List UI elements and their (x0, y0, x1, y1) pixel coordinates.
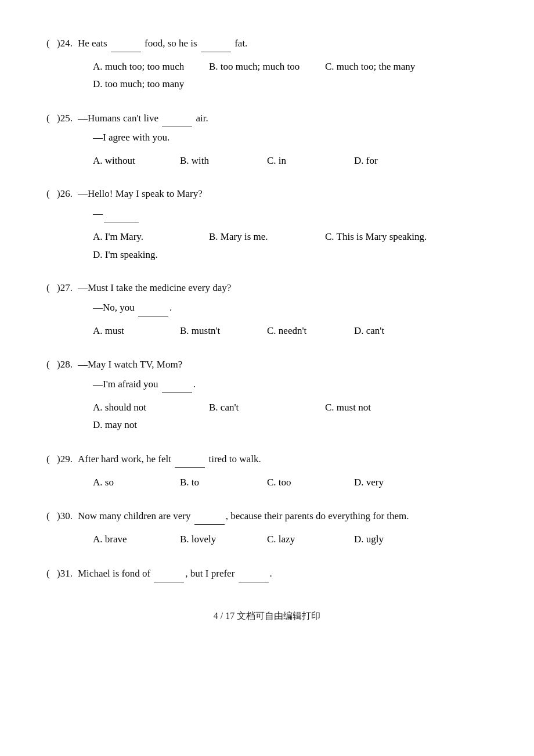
qnum-24: )24. (57, 35, 78, 52)
option-27-b: B. mustn't (180, 322, 267, 340)
option-30-a: A. brave (93, 531, 180, 549)
blank-27-reply (138, 299, 168, 316)
reply-25: —I agree with you. (93, 129, 488, 146)
reply-28: —I'm afraid you . (93, 376, 488, 393)
page-footer: 4 / 17 文档可自由编辑打印 (46, 606, 488, 622)
option-24-c: C. much too; the many (325, 58, 441, 76)
qnum-30: )30. (57, 508, 78, 525)
reply-27: —No, you . (93, 299, 488, 316)
reply-26: — (93, 205, 488, 222)
qnum-29: )29. (57, 451, 78, 468)
qtext-27: —Must I take the medicine every day? (78, 280, 231, 297)
options-26: A. I'm Mary. B. Mary is me. C. This is M… (93, 228, 488, 264)
option-28-b: B. can't (209, 399, 325, 417)
option-26-c: C. This is Mary speaking. (325, 228, 441, 246)
qtext-28: —May I watch TV, Mom? (78, 357, 182, 373)
page: ( )24. He eats food, so he is fat. A. mu… (0, 0, 534, 756)
footer-text: 4 / 17 文档可自由编辑打印 (214, 611, 320, 621)
question-29-line: ( )29. After hard work, he felt tired to… (46, 451, 488, 468)
option-25-d: D. for (354, 152, 441, 170)
option-29-c: C. too (267, 474, 354, 492)
blank-31-1 (154, 565, 184, 582)
option-29-b: B. to (180, 474, 267, 492)
blank-24-2 (201, 35, 231, 52)
question-26: ( )26. —Hello! May I speak to Mary? — A.… (46, 186, 488, 264)
qnum-25: )25. (57, 110, 78, 127)
options-25: A. without B. with C. in D. for (93, 152, 488, 170)
question-31: ( )31. Michael is fond of , but I prefer… (46, 565, 488, 582)
option-28-c: C. must not (325, 399, 441, 417)
option-26-a: A. I'm Mary. (93, 228, 209, 246)
option-26-d: D. I'm speaking. (93, 246, 209, 264)
qnum-31: )31. (57, 566, 78, 582)
options-30: A. brave B. lovely C. lazy D. ugly (93, 531, 488, 549)
option-30-d: D. ugly (354, 531, 441, 549)
qtext-29: After hard work, he felt tired to walk. (78, 451, 261, 468)
question-27-line: ( )27. —Must I take the medicine every d… (46, 280, 488, 297)
question-31-line: ( )31. Michael is fond of , but I prefer… (46, 565, 488, 582)
question-25-line: ( )25. —Humans can't live air. (46, 110, 488, 127)
question-24-line: ( )24. He eats food, so he is fat. (46, 35, 488, 52)
question-28: ( )28. —May I watch TV, Mom? —I'm afraid… (46, 357, 488, 434)
qtext-26: —Hello! May I speak to Mary? (78, 186, 203, 203)
option-25-a: A. without (93, 152, 180, 170)
blank-24-1 (111, 35, 141, 52)
option-27-a: A. must (93, 322, 180, 340)
question-27: ( )27. —Must I take the medicine every d… (46, 280, 488, 340)
question-26-line: ( )26. —Hello! May I speak to Mary? (46, 186, 488, 203)
qnum-26: )26. (57, 186, 78, 203)
option-26-b: B. Mary is me. (209, 228, 325, 246)
option-28-d: D. may not (93, 416, 209, 434)
options-28: A. should not B. can't C. must not D. ma… (93, 399, 488, 434)
blank-31-2 (239, 565, 269, 582)
blank-29-1 (175, 451, 205, 468)
option-25-c: C. in (267, 152, 354, 170)
option-27-c: C. needn't (267, 322, 354, 340)
option-27-d: D. can't (354, 322, 441, 340)
option-29-a: A. so (93, 474, 180, 492)
blank-26-reply (104, 205, 139, 222)
paren-31: ( (46, 566, 57, 582)
blank-28-reply (162, 376, 192, 393)
qtext-25: —Humans can't live air. (78, 110, 208, 127)
qtext-24: He eats food, so he is fat. (78, 35, 247, 52)
qtext-31: Michael is fond of , but I prefer . (78, 565, 272, 582)
option-24-b: B. too much; much too (209, 58, 325, 76)
question-28-line: ( )28. —May I watch TV, Mom? (46, 357, 488, 373)
option-28-a: A. should not (93, 399, 209, 417)
question-24: ( )24. He eats food, so he is fat. A. mu… (46, 35, 488, 93)
option-24-a: A. much too; too much (93, 58, 209, 76)
qnum-28: )28. (57, 357, 78, 373)
options-29: A. so B. to C. too D. very (93, 474, 488, 492)
paren-28: ( (46, 357, 57, 373)
option-30-b: B. lovely (180, 531, 267, 549)
question-30-line: ( )30. Now many children are very , beca… (46, 507, 488, 525)
blank-30-1 (194, 507, 225, 525)
blank-25-1 (162, 110, 192, 127)
paren-30: ( (46, 508, 57, 525)
option-25-b: B. with (180, 152, 267, 170)
question-30: ( )30. Now many children are very , beca… (46, 507, 488, 548)
option-30-c: C. lazy (267, 531, 354, 549)
question-25: ( )25. —Humans can't live air. —I agree … (46, 110, 488, 170)
option-29-d: D. very (354, 474, 441, 492)
qtext-30: Now many children are very , because the… (78, 507, 409, 525)
paren-29: ( (46, 451, 57, 468)
qnum-27: )27. (57, 280, 78, 297)
question-29: ( )29. After hard work, he felt tired to… (46, 451, 488, 491)
paren-24: ( (46, 35, 57, 52)
options-24: A. much too; too much B. too much; much … (93, 58, 488, 93)
paren-25: ( (46, 110, 57, 127)
paren-26: ( (46, 186, 57, 203)
paren-27: ( (46, 280, 57, 297)
options-27: A. must B. mustn't C. needn't D. can't (93, 322, 488, 340)
option-24-d: D. too much; too many (93, 75, 209, 93)
